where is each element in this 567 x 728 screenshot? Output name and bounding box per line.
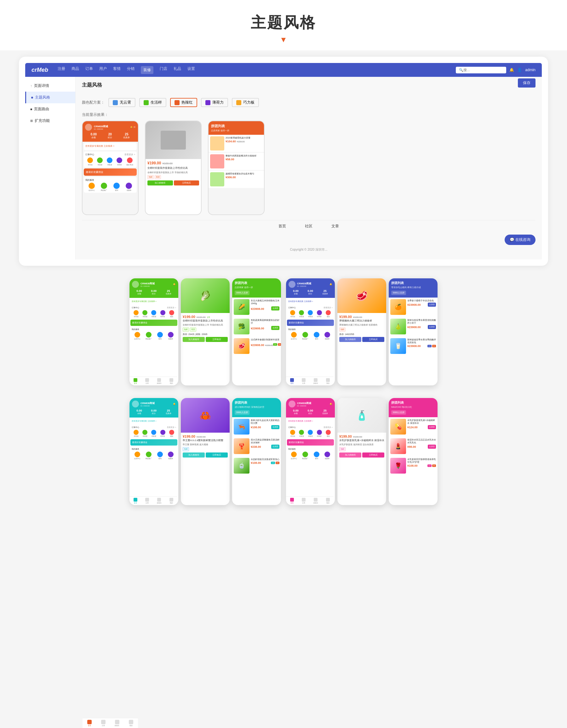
swatch-green <box>144 100 149 105</box>
nav-item-gift[interactable]: 礼品 <box>173 66 181 74</box>
blue-gb-ca[interactable]: CA <box>428 345 432 347</box>
nav-item-store[interactable]: 门店 <box>160 66 167 74</box>
footer-community[interactable]: 社区 <box>305 224 313 229</box>
green-gb-ca1[interactable]: CA <box>273 343 277 346</box>
swatch-blue <box>113 100 118 105</box>
teal-gb-ca[interactable]: CA <box>271 462 275 464</box>
sidebar-label-routes: 页面路由 <box>34 106 49 112</box>
teal-gb-fa[interactable]: FA <box>275 462 279 464</box>
points-num: 20 <box>108 133 112 136</box>
green-buy-now[interactable]: 立即购买 <box>206 337 228 342</box>
group-price-3: ¥306.00 <box>225 176 236 179</box>
bell-icon[interactable]: 🔔 <box>509 68 514 72</box>
group-orig-1: ¥159.00 <box>237 140 245 143</box>
teal-gb-btn1[interactable]: 去拼团 <box>271 425 279 429</box>
nav-item-home[interactable]: 注册 <box>58 66 65 74</box>
online-chat-area: 💬 在线咨询 <box>82 235 536 245</box>
user-avatar-preview <box>85 124 92 131</box>
color-option-blue[interactable]: 无云霄 <box>108 98 135 107</box>
promo-banner-preview: 邀请好友赚佣金 <box>84 168 137 176</box>
blue-add-cart[interactable]: 加入购物车 <box>339 337 361 342</box>
footer-home[interactable]: 首页 <box>278 224 286 229</box>
online-chat-button[interactable]: 💬 在线咨询 <box>505 235 536 245</box>
group-header: 拼团列表 品质商家 值得一拼 <box>208 121 264 135</box>
green-gb-fa1[interactable]: FA <box>278 343 281 346</box>
group-item-1: 2019家用破壁机超大容量 ¥104.60 ¥159.00 <box>208 135 264 152</box>
buy-now-button-preview[interactable]: 立即购买 <box>174 180 199 185</box>
nav-item-distribution[interactable]: 分销 <box>127 66 134 74</box>
green-add-cart[interactable]: 加入购物车 <box>183 337 205 342</box>
nav-item-customer[interactable]: 客情 <box>113 66 121 74</box>
group-list: 2019家用破壁机超大容量 ¥104.60 ¥159.00 <box>208 135 264 188</box>
color-option-purple[interactable]: 薄荷力 <box>201 98 228 107</box>
product-img-placeholder <box>161 131 186 150</box>
pink-add-cart[interactable]: 加入购物车 <box>339 452 361 458</box>
nav-search[interactable]: 🔍 <box>456 67 506 73</box>
product-image <box>145 121 201 159</box>
balance-label: 余额 <box>91 136 97 139</box>
nav-item-users[interactable]: 用户 <box>99 66 107 74</box>
green-group-title: 拼团列表 <box>235 281 278 285</box>
green-gb-btn1[interactable]: 去拼团 <box>271 306 279 310</box>
pink-buy-now[interactable]: 立即购买 <box>362 452 384 458</box>
pd-orig-price: ¥100.00 <box>162 162 173 165</box>
search-input[interactable] <box>463 68 495 72</box>
green-avatar <box>132 281 139 288</box>
sidebar-item-routes[interactable]: ■ 页面路由 <box>25 103 75 115</box>
title-arrow: ▼ <box>0 35 567 44</box>
admin-avatar: 👤 <box>517 68 522 72</box>
footer-article[interactable]: 文章 <box>332 224 339 229</box>
color-option-green[interactable]: 生活样 <box>139 98 166 107</box>
phone-pink-personal: CRMEB商城ID: 000000 🔔 0.00余额 0.00积分 25优惠券 … <box>286 398 335 505</box>
sidebar: ↑ 页面详情 主题风格 ■ 页面路由 ⊞ 扩充功能 <box>25 77 76 259</box>
pink-gb-fa[interactable]: FA <box>432 464 436 467</box>
pd-tag-stock: 现货 <box>155 175 161 179</box>
teal-buy-now[interactable]: 立即购买 <box>206 452 228 458</box>
sidebar-item-theme[interactable]: 主题风格 <box>25 92 75 103</box>
add-cart-button-preview[interactable]: 加入购物车 <box>147 180 173 185</box>
save-button[interactable]: 保存 <box>518 78 536 88</box>
blue-gb-btn2[interactable]: 去拼团 <box>428 325 436 329</box>
teal-add-cart[interactable]: 加入购物车 <box>183 452 205 458</box>
green-group-list: 🌽 东北大黄糯玉米快销散粒玉米1640g ¥23908.00 去拼团 🥦 <box>232 298 281 355</box>
main-content: 主题风格 保存 颜色配方案： 无云霄 生活样 <box>76 77 542 259</box>
sidebar-item-expand[interactable]: ⊞ 扩充功能 <box>25 115 75 127</box>
nav-item-orders[interactable]: 订单 <box>85 66 93 74</box>
phone-blue-personal: CRMEB商城ID: 000000 🔔 0.00余额 0.00积分 25优惠券 … <box>286 278 335 385</box>
order-pending-pay: 待付款 <box>87 164 93 166</box>
nav-item-decorate[interactable]: 装修 <box>141 66 153 74</box>
seafood-product-img: 🦀 <box>181 398 229 433</box>
preview-container: CRMEB商城 ID: 000000 🔔 ✉ 0.00余额 20积分 25优惠券 <box>82 121 536 215</box>
username-preview: CRMEB商城 <box>94 125 108 128</box>
preview-phone-group: 拼团列表 品质商家 值得一拼 2019家用破壁机超大容量 ¥104.60 <box>208 121 264 215</box>
blue-buy-now[interactable]: 立即购买 <box>362 337 384 342</box>
product-info: ¥199.00 ¥100.00 全棉针织套装作套新款上市性价比高 全棉针织套装作… <box>145 159 201 187</box>
pink-gb-btn1[interactable]: 去拼团 <box>428 425 436 429</box>
nav-item-settings[interactable]: 设置 <box>187 66 195 74</box>
admin-username: admin <box>525 68 536 72</box>
teal-gb-btn2[interactable]: 去拼团 <box>271 445 279 449</box>
phone-green-product: 🥬 ¥199.00 ¥100.00 1/5 全棉针织套装作套新款上市性价比高 全… <box>181 278 229 385</box>
pink-gb-ca[interactable]: CA <box>428 464 432 467</box>
green-gb-btn2[interactable]: 去拼团 <box>271 326 279 330</box>
nav-item-products[interactable]: 商品 <box>71 66 79 74</box>
preview-phone-product: ¥199.00 ¥100.00 全棉针织套装作套新款上市性价比高 全棉针织套装作… <box>145 121 201 215</box>
search-icon: 🔍 <box>459 68 463 72</box>
sidebar-item-page-detail[interactable]: ↑ 页面详情 <box>25 80 75 92</box>
view-more[interactable]: 查看更多 > <box>124 153 135 156</box>
phone-teal-personal: CRMEB商城ID: 000000 🔔 0.00余额 0.00积分 25优惠券 … <box>129 398 178 505</box>
order-pending-review: 待评价 <box>116 164 122 166</box>
blue-gb-btn1[interactable]: 去拼团 <box>428 303 436 307</box>
pink-gb-btn2[interactable]: 去拼团 <box>428 445 436 449</box>
color-option-orange[interactable]: 热辣红 <box>170 98 197 107</box>
color-option-yellow[interactable]: 巧力板 <box>232 98 259 107</box>
veggie-product-img: 🥬 <box>181 278 229 313</box>
preview-label: 当前显示效果： <box>82 112 536 117</box>
swatch-purple <box>205 100 210 105</box>
preview-phone-personal: CRMEB商城 ID: 000000 🔔 ✉ 0.00余额 20积分 25优惠券 <box>82 121 139 215</box>
admin-footer-nav: 首页 社区 文章 <box>82 220 536 232</box>
blue-gb-fa[interactable]: FA <box>432 345 436 347</box>
sidebar-label-theme: 主题风格 <box>35 95 50 100</box>
group-blue-meat: CRMEB商城ID: 000000 🔔 0.00余额 0.00积分 25优惠券 … <box>286 278 438 385</box>
pd-title-text: 全棉针织套装作套新款上市性价比高 <box>147 166 199 170</box>
